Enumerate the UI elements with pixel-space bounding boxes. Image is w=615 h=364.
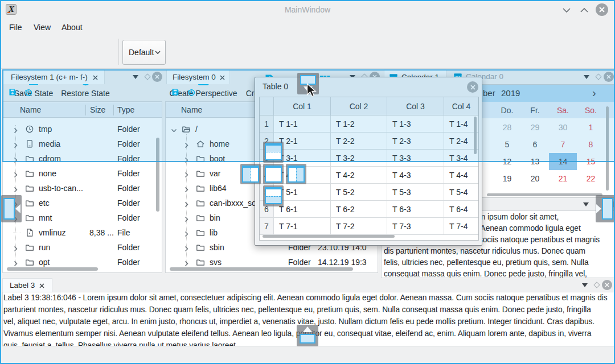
table-cell[interactable]: T 7-1	[274, 218, 331, 235]
folder-icon	[25, 169, 34, 178]
text-line: felis, ultricies nec, pellentesque eu, p…	[384, 258, 589, 267]
tree-item-modified: 14.12.19 19:3	[318, 255, 367, 268]
folder-icon	[196, 184, 205, 193]
expander-icon[interactable]	[183, 245, 190, 251]
horizontal-scrollbar[interactable]	[7, 267, 98, 271]
expander-icon[interactable]	[13, 259, 19, 266]
tab-label3[interactable]: Label 3	[2, 278, 52, 292]
table-cell[interactable]: T 6-3	[387, 201, 444, 218]
dock-menu-button[interactable]	[583, 202, 589, 206]
table-cell[interactable]: T 4-4	[444, 167, 479, 184]
tree-item-name: none	[39, 166, 56, 181]
table-cell[interactable]: T 7-4	[444, 218, 479, 235]
expander-icon[interactable]	[183, 215, 190, 221]
horizontal-scrollbar[interactable]	[487, 193, 602, 196]
drop-indicator-center[interactable]	[263, 164, 284, 184]
folder-icon	[25, 258, 34, 267]
text-line: Label 3 19:38:16:046 - Lorem ipsum dolor…	[3, 293, 607, 302]
file-icon	[25, 228, 34, 237]
horizontal-scrollbar[interactable]	[170, 267, 353, 271]
table-cell[interactable]: T 5-4	[444, 184, 479, 201]
calendar-day[interactable]: 22	[577, 170, 605, 187]
create-table-button[interactable]: Create Table	[298, 35, 351, 67]
close-icon	[599, 7, 605, 13]
tree-row[interactable]: mntFolder	[2, 210, 162, 225]
save-state-button[interactable]: Save State	[10, 35, 57, 67]
tree-item-type: Folder	[117, 255, 140, 268]
tree-item-name: opt	[39, 255, 50, 268]
drop-indicator-bottom-edge[interactable]	[297, 325, 318, 346]
table-cell[interactable]: T 6-2	[331, 201, 387, 218]
tree-row[interactable]: etcFolder	[2, 196, 162, 210]
dock-close-button[interactable]	[602, 280, 612, 290]
create-perspective-button[interactable]: Create Perspective	[165, 35, 241, 67]
arrow-right-icon	[596, 204, 601, 213]
tree-item-size: 8,38 ...	[89, 225, 114, 240]
tree-item-name: lib64	[210, 181, 227, 196]
tree-item-name: run	[39, 240, 50, 255]
tree-item-name: etc	[39, 196, 50, 210]
maximize-button[interactable]	[580, 6, 589, 13]
tab-close-icon[interactable]	[39, 283, 44, 288]
tree-item-name: bin	[210, 210, 220, 225]
folder-icon	[196, 198, 205, 208]
table-cell[interactable]: T 7-2	[331, 218, 387, 235]
expander-icon[interactable]	[13, 185, 19, 192]
drop-indicator-split-top[interactable]	[263, 142, 284, 163]
tree-row[interactable]: runFolder	[2, 240, 162, 255]
expander-icon[interactable]	[13, 245, 19, 251]
menu-view[interactable]: View	[34, 19, 51, 35]
close-icon	[605, 283, 609, 287]
create-editor-button[interactable]: Create Editor	[241, 35, 297, 67]
minimize-button[interactable]	[562, 6, 571, 13]
tree-item-name: var	[210, 166, 220, 181]
tree-row[interactable]: usb-to-can...Folder	[2, 181, 162, 196]
table-cell[interactable]: T 6-4	[444, 201, 479, 218]
menu-about[interactable]: About	[62, 19, 83, 35]
table-cell[interactable]: T 4-3	[387, 167, 444, 184]
chevron-down-icon	[562, 7, 571, 14]
expander-icon[interactable]	[13, 171, 19, 177]
tree-row[interactable]: optFolder	[2, 255, 162, 268]
expander-icon[interactable]	[183, 185, 190, 192]
dock-menu-button[interactable]	[582, 283, 588, 287]
text-line: quis, feugiat a, tellus. Phasellus viver…	[3, 341, 237, 346]
table-cell[interactable]: T 7-3	[387, 218, 444, 235]
calendar-day[interactable]: 21	[549, 170, 577, 187]
folder-icon	[196, 228, 205, 237]
drop-indicator-split-bottom[interactable]	[263, 185, 284, 206]
tree-item-type: Folder	[117, 196, 140, 210]
toolbar-separator	[118, 39, 119, 65]
drop-indicator-left-edge[interactable]	[1, 195, 22, 222]
dock-float-button[interactable]	[593, 282, 600, 288]
chevron-down-icon	[155, 51, 161, 55]
folder-icon	[196, 243, 205, 252]
tree-row[interactable]: svsFolder14.12.19 19:3	[165, 255, 378, 268]
calendar-day[interactable]: 20	[521, 170, 549, 187]
drop-indicator-split-right[interactable]	[286, 164, 306, 184]
titlebar[interactable]: X MainWindow	[1, 1, 614, 18]
perspective-combobox[interactable]: Default	[122, 40, 166, 65]
table-row-header[interactable]: 7	[260, 218, 274, 235]
folder-icon	[196, 213, 205, 222]
horizontal-scrollbar[interactable]	[263, 235, 395, 238]
expander-icon[interactable]	[183, 230, 190, 236]
expander-icon[interactable]	[183, 171, 190, 177]
menu-file[interactable]: File	[9, 19, 22, 35]
table-cell[interactable]: T 4-2	[331, 167, 387, 184]
close-button[interactable]	[596, 3, 608, 16]
tree-row[interactable]: noneFolder	[2, 166, 162, 181]
drop-indicator-split-left[interactable]	[240, 164, 261, 184]
expander-icon[interactable]	[183, 200, 190, 206]
tree-item-name: mnt	[39, 210, 52, 225]
calendar-day[interactable]: 19	[493, 170, 521, 187]
main-window: X MainWindow File View About Save State …	[0, 0, 615, 364]
folder-icon	[25, 213, 34, 222]
tree-item-type: Folder	[117, 210, 140, 225]
tree-row[interactable]: vmlinuz8,38 ...File	[2, 225, 162, 240]
drop-indicator-right-edge[interactable]	[596, 195, 615, 222]
table-cell[interactable]: T 5-2	[331, 184, 387, 201]
expander-icon[interactable]	[183, 259, 190, 266]
restore-state-button[interactable]: Restore State	[58, 35, 113, 67]
table-cell[interactable]: T 5-3	[387, 184, 444, 201]
